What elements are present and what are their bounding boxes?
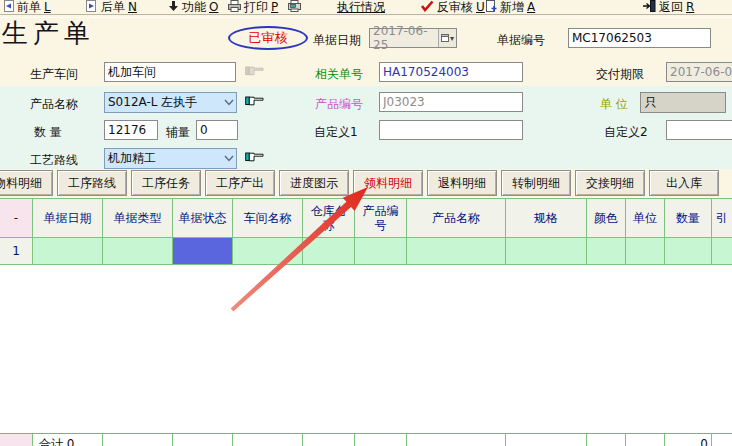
doc-date-label: 单据日期 (313, 32, 361, 49)
custom1-label: 自定义1 (314, 124, 358, 141)
unit-label: 单 位 (600, 96, 628, 113)
doc-back-icon (2, 0, 14, 15)
tab-transfer-detail[interactable]: 转制明细 (501, 170, 571, 196)
selected-grid-cell[interactable] (173, 238, 233, 265)
unit-field: 只 (640, 92, 726, 113)
grid-cell[interactable] (303, 238, 355, 265)
process-route-combo[interactable]: 机加精工 (104, 148, 237, 169)
grid-cell[interactable] (355, 238, 407, 265)
grid-cell[interactable] (587, 238, 626, 265)
lookup-hand-icon[interactable] (245, 150, 265, 164)
add-new-button[interactable]: 新增A (485, 0, 535, 14)
aux-quantity-input[interactable] (196, 120, 238, 140)
grid-cell[interactable] (407, 238, 506, 265)
custom2-label: 自定义2 (604, 124, 648, 141)
product-name-label: 产品名称 (30, 96, 78, 113)
column-header: - (0, 199, 33, 238)
workshop-label: 生产车间 (30, 66, 78, 83)
tab-handover-detail[interactable]: 交接明细 (575, 170, 645, 196)
table-row: 1 (0, 238, 732, 265)
product-name-combo[interactable]: S012A-L 左执手 (104, 92, 237, 113)
column-header: 产品编号 (355, 199, 407, 238)
tab-process-route[interactable]: 工序路线 (57, 170, 127, 196)
column-header: 仓库名称 (303, 199, 355, 238)
column-header: 产品名称 (407, 199, 506, 238)
doc-date-field[interactable]: 2017-06-25 ▾ (369, 28, 457, 48)
chevron-down-icon (222, 155, 236, 162)
tab-process-task[interactable]: 工序任务 (131, 170, 201, 196)
page-title: 生产单 (2, 16, 95, 51)
custom1-input[interactable] (379, 120, 523, 140)
print-button[interactable]: 打印P (228, 0, 278, 14)
total-row-corner-cell (0, 434, 33, 446)
chevron-down-icon: ▾ (450, 34, 454, 43)
process-route-label: 工艺路线 (30, 152, 78, 169)
down-arrow-icon (168, 0, 179, 15)
process-route-value: 机加精工 (105, 150, 222, 167)
column-header: 单据状态 (173, 199, 233, 238)
column-header: 单位 (626, 199, 665, 238)
column-header: 单据类型 (103, 199, 173, 238)
total-label-cell: 合计 0 (33, 434, 103, 446)
picking-detail-grid: - 单据日期 单据类型 单据状态 车间名称 仓库名称 产品编号 产品名称 规格 … (0, 198, 732, 265)
grid-cell[interactable] (626, 238, 665, 265)
execution-status-button[interactable]: 执行情况 (337, 0, 385, 14)
column-header: 规格 (506, 199, 587, 238)
red-check-icon (420, 0, 434, 15)
toolbar-divider (0, 14, 732, 18)
grid-header-row: - 单据日期 单据类型 单据状态 车间名称 仓库名称 产品编号 产品名称 规格 … (0, 199, 732, 238)
unapprove-button[interactable]: 反审核U (420, 0, 485, 14)
column-header: 引 (712, 199, 732, 238)
total-qty-cell: 0 (665, 434, 712, 446)
product-name-value: S012A-L 左执手 (105, 94, 222, 111)
grid-cell[interactable] (665, 238, 712, 265)
doc-no-input[interactable] (568, 28, 711, 48)
return-button[interactable]: 返回R (643, 0, 694, 14)
column-header: 单据日期 (33, 199, 103, 238)
printer-icon (228, 0, 241, 15)
print-preview-button[interactable] (288, 0, 301, 14)
functions-button[interactable]: 功能O (168, 0, 218, 14)
product-no-label: 产品编号 (315, 96, 363, 113)
quantity-label: 数 量 (34, 124, 62, 141)
new-doc-icon (485, 0, 497, 15)
lookup-hand-icon[interactable] (245, 94, 265, 108)
tab-process-output[interactable]: 工序产出 (205, 170, 275, 196)
lookup-hand-icon-disabled (245, 64, 265, 78)
column-header: 数量 (665, 199, 712, 238)
grid-total-row: 合计 0 0 (0, 433, 732, 446)
doc-no-label: 单据编号 (497, 32, 545, 49)
print-preview-icon (288, 0, 301, 15)
tab-return-material-detail[interactable]: 退料明细 (427, 170, 497, 196)
quantity-input[interactable] (104, 120, 158, 140)
grid-cell[interactable] (712, 238, 732, 265)
prev-doc-button[interactable]: 前单L (2, 0, 51, 14)
doc-date-value: 2017-06-25 (370, 24, 438, 52)
workshop-input[interactable] (104, 62, 236, 82)
doc-forward-icon (86, 0, 98, 15)
delivery-date-input[interactable] (666, 62, 732, 82)
column-header: 车间名称 (233, 199, 303, 238)
chevron-down-icon (222, 99, 236, 106)
return-icon (643, 0, 656, 15)
custom2-input[interactable] (666, 120, 732, 140)
tab-in-out-warehouse[interactable]: 出入库 (649, 170, 719, 196)
next-doc-button[interactable]: 后单N (86, 0, 137, 14)
related-no-input[interactable] (379, 62, 523, 82)
grid-cell[interactable] (233, 238, 303, 265)
approved-stamp: 已审核 (228, 26, 308, 50)
tab-material-detail[interactable]: 物料明细 (0, 170, 53, 196)
production-order-window: 前单L 后单N 功能O 打印P 执行情况 反审核U 新增A 返回R 生产单 已审… (0, 0, 732, 446)
calendar-dropdown-button[interactable]: ▾ (438, 29, 456, 47)
grid-cell[interactable] (33, 238, 103, 265)
aux-quantity-label: 辅量 (166, 124, 190, 141)
tab-progress-chart[interactable]: 进度图示 (279, 170, 349, 196)
delivery-date-label: 交付期限 (596, 66, 644, 83)
grid-cell[interactable] (506, 238, 587, 265)
product-no-input[interactable] (379, 92, 523, 112)
column-header: 颜色 (587, 199, 626, 238)
grid-background (0, 264, 732, 446)
tab-picking-detail[interactable]: 领料明细 (353, 170, 423, 196)
row-number-cell[interactable]: 1 (0, 238, 33, 265)
grid-cell[interactable] (103, 238, 173, 265)
